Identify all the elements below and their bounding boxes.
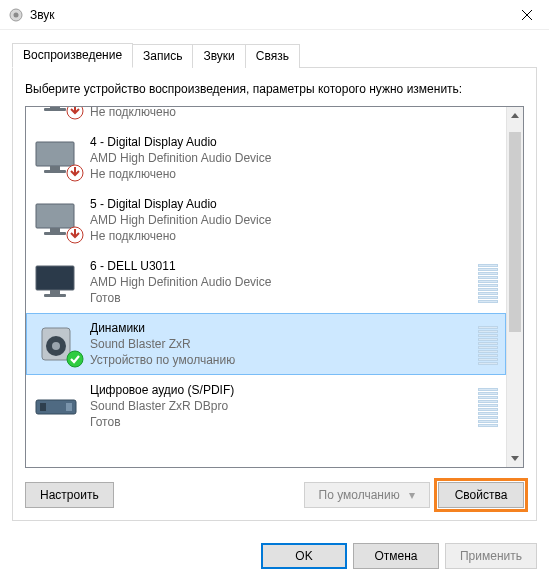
device-icon <box>32 138 80 178</box>
svg-rect-13 <box>50 228 60 232</box>
configure-button[interactable]: Настроить <box>25 482 114 508</box>
dropdown-indicator-icon: ▾ <box>409 488 415 502</box>
device-list-container: 3 - Digital Display Audio AMD High Defin… <box>25 106 524 468</box>
device-status: Устройство по умолчанию <box>90 352 472 368</box>
svg-point-22 <box>67 351 83 367</box>
titlebar: Звук <box>0 0 549 30</box>
tab-recording[interactable]: Запись <box>132 44 193 68</box>
device-name: 6 - DELL U3011 <box>90 258 472 274</box>
device-text: Цифровое аудио (S/PDIF) Sound Blaster Zx… <box>90 382 472 431</box>
arrow-down-icon <box>66 164 84 182</box>
device-name: 4 - Digital Display Audio <box>90 134 498 150</box>
device-text: 5 - Digital Display Audio AMD High Defin… <box>90 196 498 245</box>
device-list[interactable]: 3 - Digital Display Audio AMD High Defin… <box>26 107 506 467</box>
svg-rect-25 <box>66 403 72 411</box>
instruction-text: Выберите устройство воспроизведения, пар… <box>25 82 524 96</box>
checkmark-icon <box>66 350 84 368</box>
svg-rect-8 <box>36 142 74 166</box>
device-status: Готов <box>90 290 472 306</box>
arrow-down-icon <box>66 107 84 120</box>
device-text: 6 - DELL U3011 AMD High Definition Audio… <box>90 258 472 307</box>
arrow-down-icon <box>66 226 84 244</box>
device-item[interactable]: 4 - Digital Display Audio AMD High Defin… <box>26 127 506 189</box>
device-icon <box>32 324 80 364</box>
app-icon <box>8 7 24 23</box>
device-desc: AMD High Definition Audio Device <box>90 150 498 166</box>
svg-rect-10 <box>44 170 66 173</box>
scroll-thumb[interactable] <box>509 132 521 332</box>
dialog-footer: OK Отмена Применить <box>0 533 549 581</box>
device-desc: AMD High Definition Audio Device <box>90 274 472 290</box>
svg-rect-6 <box>44 108 66 111</box>
svg-rect-16 <box>36 266 74 290</box>
close-button[interactable] <box>504 0 549 30</box>
ok-button[interactable]: OK <box>261 543 347 569</box>
device-icon <box>32 200 80 240</box>
device-icon <box>32 262 80 302</box>
svg-rect-14 <box>44 232 66 235</box>
tab-communications[interactable]: Связь <box>245 44 300 68</box>
tab-panel-playback: Выберите устройство воспроизведения, пар… <box>12 68 537 521</box>
level-meter <box>478 323 498 365</box>
device-desc: Sound Blaster ZxR DBpro <box>90 398 472 414</box>
scroll-track[interactable] <box>507 124 523 450</box>
device-icon <box>32 386 80 426</box>
svg-rect-24 <box>40 403 46 411</box>
properties-label: Свойства <box>455 488 508 502</box>
tab-sounds[interactable]: Звуки <box>192 44 245 68</box>
window-title: Звук <box>30 8 55 22</box>
device-name: Динамики <box>90 320 472 336</box>
scroll-down-button[interactable] <box>507 450 523 467</box>
device-status: Готов <box>90 414 472 430</box>
device-item[interactable]: Цифровое аудио (S/PDIF) Sound Blaster Zx… <box>26 375 506 437</box>
level-meter <box>478 385 498 427</box>
tab-strip: Воспроизведение Запись Звуки Связь <box>12 42 537 68</box>
level-meter <box>478 261 498 303</box>
chevron-down-icon <box>511 456 519 461</box>
svg-rect-5 <box>50 107 60 108</box>
device-item[interactable]: 6 - DELL U3011 AMD High Definition Audio… <box>26 251 506 313</box>
scroll-up-button[interactable] <box>507 107 523 124</box>
device-status: Не подключено <box>90 228 498 244</box>
chevron-up-icon <box>511 113 519 118</box>
close-icon <box>522 10 532 20</box>
apply-button[interactable]: Применить <box>445 543 537 569</box>
svg-point-1 <box>14 12 19 17</box>
set-default-button[interactable]: По умолчанию ▾ <box>304 482 431 508</box>
device-item[interactable]: 5 - Digital Display Audio AMD High Defin… <box>26 189 506 251</box>
device-status: Не подключено <box>90 166 498 182</box>
svg-rect-12 <box>36 204 74 228</box>
device-text: Динамики Sound Blaster ZxR Устройство по… <box>90 320 472 369</box>
svg-rect-9 <box>50 166 60 170</box>
properties-button[interactable]: Свойства <box>438 482 524 508</box>
device-icon <box>32 107 80 116</box>
device-item[interactable]: 3 - Digital Display Audio AMD High Defin… <box>26 107 506 127</box>
device-desc: Sound Blaster ZxR <box>90 336 472 352</box>
device-name: 5 - Digital Display Audio <box>90 196 498 212</box>
configure-label: Настроить <box>40 488 99 502</box>
device-text: 3 - Digital Display Audio AMD High Defin… <box>90 107 498 120</box>
cancel-button[interactable]: Отмена <box>353 543 439 569</box>
svg-point-21 <box>52 342 60 350</box>
device-text: 4 - Digital Display Audio AMD High Defin… <box>90 134 498 183</box>
device-name: Цифровое аудио (S/PDIF) <box>90 382 472 398</box>
scrollbar[interactable] <box>506 107 523 467</box>
set-default-label: По умолчанию <box>319 488 400 502</box>
device-status: Не подключено <box>90 107 498 120</box>
device-desc: AMD High Definition Audio Device <box>90 212 498 228</box>
svg-rect-17 <box>50 290 60 294</box>
svg-rect-18 <box>44 294 66 297</box>
tab-playback[interactable]: Воспроизведение <box>12 43 133 68</box>
device-item[interactable]: Динамики Sound Blaster ZxR Устройство по… <box>26 313 506 375</box>
